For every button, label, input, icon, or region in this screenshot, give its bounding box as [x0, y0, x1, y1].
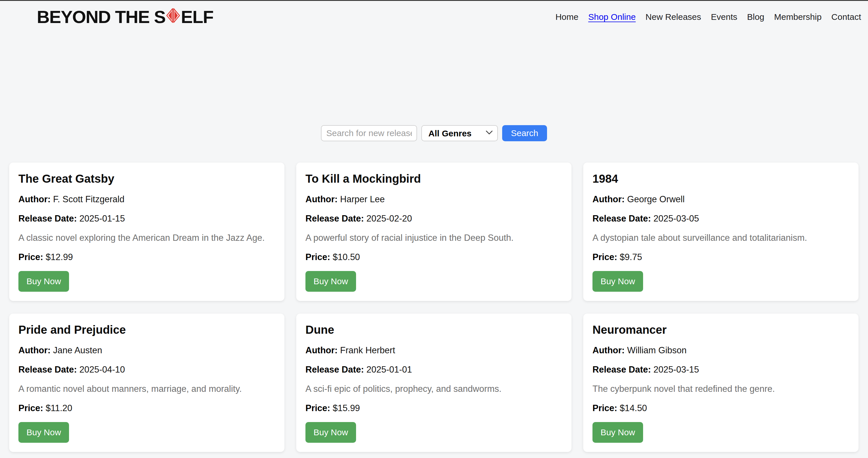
author-label: Author:	[592, 345, 625, 355]
book-title: 1984	[592, 172, 849, 186]
author-label: Author:	[19, 194, 51, 204]
book-author: Author: Harper Lee	[305, 194, 562, 205]
price-label: Price:	[305, 252, 330, 262]
buy-now-button[interactable]: Buy Now	[19, 271, 69, 292]
buy-now-button[interactable]: Buy Now	[305, 422, 356, 443]
book-description: A dystopian tale about surveillance and …	[592, 233, 849, 243]
buy-now-button[interactable]: Buy Now	[592, 422, 643, 443]
nav-item-home[interactable]: Home	[555, 12, 578, 22]
book-price: Price: $9.75	[592, 252, 849, 263]
buy-now-button[interactable]: Buy Now	[19, 422, 69, 443]
site-header: BEYOND THE S ELF Home Shop Online New Re…	[0, 1, 868, 27]
book-title: Neuromancer	[592, 323, 849, 337]
search-bar: All Genres Search	[0, 125, 868, 141]
book-title: Pride and Prejudice	[19, 323, 275, 337]
buy-now-button[interactable]: Buy Now	[305, 271, 356, 292]
author-label: Author:	[592, 194, 625, 204]
book-description: A powerful story of racial injustice in …	[305, 233, 562, 243]
book-author: Author: William Gibson	[592, 345, 849, 356]
logo-text-left: BEYOND THE S	[37, 8, 165, 26]
main-nav: Home Shop Online New Releases Events Blo…	[555, 12, 861, 22]
nav-item-events[interactable]: Events	[711, 12, 737, 22]
release-date-label: Release Date:	[19, 213, 77, 223]
nav-item-contact[interactable]: Contact	[832, 12, 861, 22]
book-card: The Great Gatsby Author: F. Scott Fitzge…	[9, 162, 284, 301]
book-description: A sci-fi epic of politics, prophecy, and…	[305, 384, 562, 394]
genre-select[interactable]: All Genres	[421, 125, 498, 141]
page: BEYOND THE S ELF Home Shop Online New Re…	[0, 0, 868, 458]
book-author: Author: Frank Herbert	[305, 345, 562, 356]
book-release-date: Release Date: 2025-01-01	[305, 364, 562, 375]
book-card: To Kill a Mockingbird Author: Harper Lee…	[296, 162, 571, 301]
book-price: Price: $15.99	[305, 403, 562, 414]
book-price: Price: $10.50	[305, 252, 562, 263]
author-label: Author:	[305, 194, 338, 204]
search-input[interactable]	[321, 125, 417, 141]
book-card: Pride and Prejudice Author: Jane Austen …	[9, 313, 284, 452]
book-title: To Kill a Mockingbird	[305, 172, 562, 186]
book-release-date: Release Date: 2025-01-15	[19, 213, 275, 224]
nav-item-membership[interactable]: Membership	[774, 12, 822, 22]
book-title: The Great Gatsby	[19, 172, 275, 186]
book-author: Author: George Orwell	[592, 194, 849, 205]
price-label: Price:	[19, 403, 43, 413]
site-logo[interactable]: BEYOND THE S ELF	[37, 7, 213, 27]
book-card: Neuromancer Author: William Gibson Relea…	[583, 313, 859, 452]
book-release-date: Release Date: 2025-03-05	[592, 213, 849, 224]
price-label: Price:	[19, 252, 43, 262]
book-grid: The Great Gatsby Author: F. Scott Fitzge…	[0, 162, 868, 452]
book-description: The cyberpunk novel that redefined the g…	[592, 384, 849, 394]
nav-item-blog[interactable]: Blog	[747, 12, 765, 22]
price-label: Price:	[592, 403, 617, 413]
book-release-date: Release Date: 2025-04-10	[19, 364, 275, 375]
release-date-label: Release Date:	[19, 365, 77, 374]
author-label: Author:	[305, 345, 338, 355]
nav-item-shop-online[interactable]: Shop Online	[588, 12, 636, 22]
book-price: Price: $12.99	[19, 252, 275, 263]
author-label: Author:	[19, 345, 51, 355]
book-title: Dune	[305, 323, 562, 337]
book-description: A classic novel exploring the American D…	[19, 233, 275, 243]
release-date-label: Release Date:	[305, 365, 364, 374]
buy-now-button[interactable]: Buy Now	[592, 271, 643, 292]
logo-text-right: ELF	[181, 8, 213, 26]
book-description: A romantic novel about manners, marriage…	[19, 384, 275, 394]
nav-item-new-releases[interactable]: New Releases	[645, 12, 701, 22]
book-release-date: Release Date: 2025-02-20	[305, 213, 562, 224]
book-release-date: Release Date: 2025-03-15	[592, 364, 849, 375]
open-book-icon	[166, 7, 180, 27]
release-date-label: Release Date:	[305, 213, 364, 223]
release-date-label: Release Date:	[592, 213, 651, 223]
book-card: 1984 Author: George Orwell Release Date:…	[583, 162, 859, 301]
genre-select-wrap: All Genres	[421, 125, 498, 141]
search-button[interactable]: Search	[502, 125, 547, 141]
book-card: Dune Author: Frank Herbert Release Date:…	[296, 313, 571, 452]
book-price: Price: $11.20	[19, 403, 275, 414]
book-author: Author: Jane Austen	[19, 345, 275, 356]
price-label: Price:	[305, 403, 330, 413]
release-date-label: Release Date:	[592, 365, 651, 374]
price-label: Price:	[592, 252, 617, 262]
book-price: Price: $14.50	[592, 403, 849, 414]
book-author: Author: F. Scott Fitzgerald	[19, 194, 275, 205]
